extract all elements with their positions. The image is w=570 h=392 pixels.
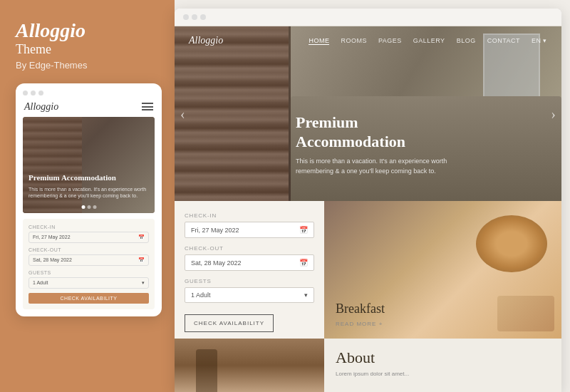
checkin-group: CHECK-IN Fri, 27 May 2022 📅 xyxy=(185,212,314,238)
booking-panel: CHECK-IN Fri, 27 May 2022 📅 CHECK-OUT Sa… xyxy=(175,201,324,339)
mobile-window-dots xyxy=(23,91,155,96)
nav-gallery[interactable]: GALLERY xyxy=(413,37,445,44)
nav-blog[interactable]: BLOG xyxy=(457,37,476,44)
browser-bar xyxy=(175,9,561,26)
about-left-image xyxy=(175,339,324,392)
right-panel: Alloggio HOME ROOMS PAGES GALLERY BLOG C… xyxy=(175,0,570,392)
mobile-hero-title: Premium Accommodation xyxy=(28,173,155,182)
hero-prev-arrow[interactable]: ‹ xyxy=(180,105,185,122)
mobile-hero-text: Premium Accommodation This is more than … xyxy=(28,173,155,198)
checkout-label: CHECK-OUT xyxy=(185,245,314,252)
breakfast-overlay: Breakfast READ MORE + xyxy=(324,290,396,339)
breakfast-card: Breakfast READ MORE + xyxy=(324,201,561,339)
mobile-hero-image: Premium Accommodation This is more than … xyxy=(23,117,155,213)
hero-title: Premium Accommodation xyxy=(296,113,452,151)
guests-group: GUESTS 1 Adult ▾ xyxy=(185,278,314,303)
theme-subtitle: Theme xyxy=(16,42,159,57)
checkin-input[interactable]: Fri, 27 May 2022 📅 xyxy=(185,222,314,238)
mobile-hero-desc: This is more than a vacation. It's an ex… xyxy=(28,186,155,199)
mobile-guests-select[interactable]: 1 Adult ▾ xyxy=(28,277,149,289)
checkin-label: CHECK-IN xyxy=(185,212,314,219)
nav-links: HOME ROOMS PAGES GALLERY BLOG CONTACT EN… xyxy=(309,37,547,45)
mobile-checkin-label: CHECK-IN xyxy=(28,225,149,229)
mobile-carousel-dots[interactable] xyxy=(81,205,96,209)
hero-caption: Premium Accommodation This is more than … xyxy=(296,113,452,176)
mobile-checkin-field[interactable]: Fri, 27 May 2022 📅 xyxy=(28,232,149,243)
checkout-group: CHECK-OUT Sat, 28 May 2022 📅 xyxy=(185,245,314,271)
website-logo: Alloggio xyxy=(189,35,223,46)
hero-next-arrow[interactable]: › xyxy=(551,105,556,122)
mobile-booking-form: CHECK-IN Fri, 27 May 2022 📅 CHECK-OUT Sa… xyxy=(23,219,155,309)
nav-rooms[interactable]: ROOMS xyxy=(341,37,367,44)
mobile-mockup: Alloggio Premium Accommodation This is m… xyxy=(16,83,162,316)
about-content: About Lorem ipsum dolor sit amet... xyxy=(324,339,561,392)
mobile-checkout-field[interactable]: Sat, 28 May 2022 📅 xyxy=(28,254,149,266)
about-strip: About Lorem ipsum dolor sit amet... xyxy=(175,339,561,392)
hero-description: This is more than a vacation. It's an ex… xyxy=(296,157,452,176)
read-more-link[interactable]: READ MORE + xyxy=(336,321,385,327)
nav-home[interactable]: HOME xyxy=(309,37,329,45)
nav-language[interactable]: EN ▾ xyxy=(532,37,547,44)
mobile-guests-label: GUESTS xyxy=(28,270,149,275)
breakfast-title: Breakfast xyxy=(336,301,385,316)
theme-by: By Edge-Themes xyxy=(16,60,159,71)
about-title: About xyxy=(336,349,550,367)
guests-label: GUESTS xyxy=(185,278,314,284)
theme-title: Alloggio xyxy=(16,20,159,42)
checkin-calendar-icon: 📅 xyxy=(299,226,308,234)
left-panel: Alloggio Theme By Edge-Themes Alloggio P… xyxy=(0,0,175,392)
mobile-logo: Alloggio xyxy=(24,101,58,113)
chevron-down-icon: ▾ xyxy=(304,292,308,299)
nav-pages[interactable]: PAGES xyxy=(378,37,402,44)
checkout-input[interactable]: Sat, 28 May 2022 📅 xyxy=(185,254,314,271)
check-availability-button[interactable]: CHECK AVAILABILITY xyxy=(185,314,274,332)
browser-content: Alloggio HOME ROOMS PAGES GALLERY BLOG C… xyxy=(175,26,561,392)
browser-window-dots xyxy=(183,14,206,20)
checkout-calendar-icon: 📅 xyxy=(299,259,308,267)
website-nav: Alloggio HOME ROOMS PAGES GALLERY BLOG C… xyxy=(175,26,561,55)
hamburger-icon[interactable] xyxy=(142,103,153,110)
browser-window: Alloggio HOME ROOMS PAGES GALLERY BLOG C… xyxy=(175,9,561,392)
mobile-checkout-label: CHECK-OUT xyxy=(28,247,149,252)
website-hero: Alloggio HOME ROOMS PAGES GALLERY BLOG C… xyxy=(175,26,561,201)
nav-contact[interactable]: CONTACT xyxy=(487,37,520,44)
guests-select[interactable]: 1 Adult ▾ xyxy=(185,287,314,303)
website-bottom-section: CHECK-IN Fri, 27 May 2022 📅 CHECK-OUT Sa… xyxy=(175,201,561,339)
about-text: Lorem ipsum dolor sit amet... xyxy=(336,370,550,378)
mobile-check-availability-button[interactable]: CHECK AVAILABILITY xyxy=(28,293,149,304)
mobile-header: Alloggio xyxy=(23,101,155,113)
